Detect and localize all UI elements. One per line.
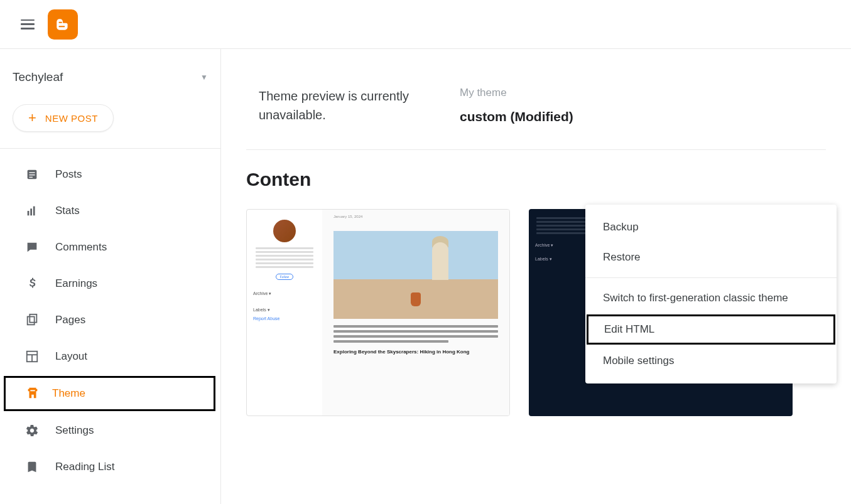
divider	[585, 277, 837, 278]
sidebar-item-settings[interactable]: Settings	[0, 412, 220, 449]
svg-rect-1	[29, 172, 35, 173]
sidebar-item-label: Pages	[55, 314, 85, 326]
stats-icon	[25, 204, 55, 218]
hamburger-icon	[21, 19, 35, 29]
sidebar-item-reading-list[interactable]: Reading List	[0, 449, 220, 485]
chevron-down-icon: ▼	[200, 73, 208, 82]
menu-item-restore[interactable]: Restore	[585, 242, 837, 272]
svg-rect-7	[28, 317, 35, 325]
preview-unavailable-msg: Theme preview is currently unavailable.	[259, 87, 435, 124]
menu-item-backup[interactable]: Backup	[585, 212, 837, 242]
sidebar-item-earnings[interactable]: Earnings	[0, 265, 220, 302]
sidebar-item-comments[interactable]: Comments	[0, 229, 220, 265]
app-header	[0, 0, 851, 49]
sidebar-item-label: Reading List	[55, 461, 115, 473]
sidebar-item-posts[interactable]: Posts	[0, 156, 220, 193]
sidebar-item-label: Comments	[55, 241, 107, 254]
my-theme-label: My theme	[460, 87, 573, 99]
thumb-article-title: Exploring Beyond the Skyscrapers: Hiking…	[333, 349, 498, 355]
new-post-button[interactable]: + NEW POST	[13, 104, 114, 132]
sidebar-item-label: Theme	[52, 387, 85, 400]
theme-info: My theme custom (Modified)	[460, 87, 573, 124]
sidebar-item-pages[interactable]: Pages	[0, 302, 220, 338]
svg-rect-8	[30, 314, 36, 323]
pages-icon	[25, 313, 55, 327]
sidebar-item-label: Stats	[55, 205, 80, 217]
gear-icon	[25, 424, 55, 437]
blogger-logo[interactable]	[48, 9, 78, 40]
main-content: Theme preview is currently unavailable. …	[221, 49, 851, 504]
layout-icon	[25, 350, 55, 363]
comments-icon	[25, 240, 55, 254]
sidebar-item-label: Settings	[55, 424, 94, 437]
svg-rect-2	[29, 174, 35, 175]
new-post-label: NEW POST	[45, 113, 98, 124]
svg-rect-3	[29, 177, 33, 178]
svg-rect-6	[33, 206, 35, 216]
theme-options-menu: Backup Restore Switch to first-generatio…	[585, 205, 837, 383]
blogger-icon	[55, 16, 71, 33]
plus-icon: +	[28, 111, 36, 125]
menu-toggle[interactable]	[13, 9, 43, 40]
blog-name: Techyleaf	[13, 70, 63, 84]
sidebar-item-theme[interactable]: Theme	[4, 376, 215, 411]
posts-icon	[25, 168, 55, 181]
menu-item-switch-classic[interactable]: Switch to first-generation classic theme	[585, 283, 837, 313]
sidebar-nav: Posts Stats Comments Earnings	[0, 149, 220, 485]
sidebar-item-label: Posts	[55, 168, 82, 181]
divider	[246, 149, 826, 150]
theme-icon	[26, 387, 52, 400]
sidebar-item-stats[interactable]: Stats	[0, 193, 220, 229]
blog-selector[interactable]: Techyleaf ▼	[0, 62, 220, 93]
svg-rect-5	[30, 208, 32, 215]
menu-item-edit-html[interactable]: Edit HTML	[587, 314, 835, 345]
theme-thumbnail-light[interactable]: Follow Archive ▾ Labels ▾ Report Abuse J…	[246, 209, 510, 416]
sidebar: Techyleaf ▼ + NEW POST Posts Stats	[0, 49, 221, 504]
sidebar-item-label: Layout	[55, 350, 87, 363]
section-title: Conten	[246, 169, 826, 190]
menu-item-mobile-settings[interactable]: Mobile settings	[585, 346, 837, 376]
bookmark-icon	[25, 460, 55, 474]
my-theme-name: custom (Modified)	[460, 109, 573, 124]
sidebar-item-layout[interactable]: Layout	[0, 338, 220, 375]
svg-rect-4	[28, 211, 30, 215]
earnings-icon	[25, 277, 55, 291]
sidebar-item-label: Earnings	[55, 277, 97, 290]
